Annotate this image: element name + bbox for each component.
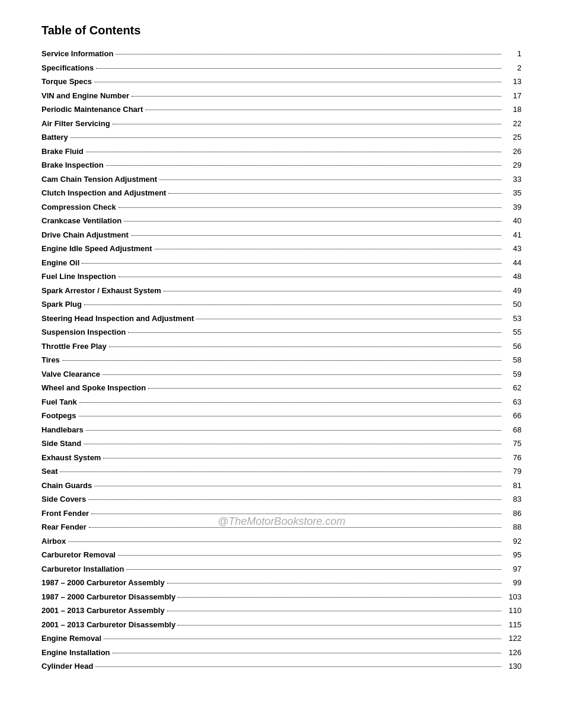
toc-entry-page: 86 [504, 508, 522, 519]
toc-entry: Specifications2 [41, 62, 522, 74]
toc-entry-dots [131, 235, 501, 236]
toc-entry: Brake Fluid26 [41, 146, 522, 158]
toc-entry-dots [145, 110, 501, 110]
toc-entry-dots [103, 374, 501, 375]
toc-entry: Cylinder Head130 [41, 660, 522, 672]
toc-entry-page: 50 [504, 299, 522, 310]
toc-entry-label: Tires [41, 354, 60, 366]
toc-entry-label: Engine Oil [41, 257, 79, 269]
toc-entry-label: Footpegs [41, 410, 76, 422]
toc-entry-dots [106, 165, 501, 166]
toc-entry-label: Fuel Line Inspection [41, 271, 116, 283]
toc-entry-page: 40 [504, 215, 522, 227]
toc-entry-dots [88, 499, 501, 500]
toc-entry-dots [167, 583, 501, 583]
toc-entry: Front Fender86 [41, 508, 522, 519]
toc-entry-label: Carburetor Installation [41, 563, 124, 575]
toc-entry: Fuel Tank63 [41, 396, 522, 408]
toc-entry: Air Filter Servicing22 [41, 118, 522, 130]
toc-entry: Chain Guards81 [41, 480, 522, 492]
toc-entry-label: Rear Fender [41, 521, 87, 533]
toc-entry-dots [84, 304, 501, 305]
toc-entry-label: Suspension Inspection [41, 326, 126, 338]
toc-entry: Throttle Free Play56 [41, 341, 522, 352]
toc-entry-label: Battery [41, 132, 68, 143]
toc-entry-dots [91, 514, 501, 514]
toc-entry-label: Exhaust System [41, 452, 101, 464]
toc-entry-dots [96, 68, 501, 69]
toc-entry-page: 115 [504, 619, 522, 631]
toc-entry: Service Information1 [41, 48, 522, 60]
toc-entry-label: Throttle Free Play [41, 341, 107, 352]
toc-entry: Engine Removal122 [41, 633, 522, 644]
toc-entry-dots [168, 193, 501, 194]
toc-entry-page: 81 [504, 480, 522, 492]
toc-entry-page: 48 [504, 271, 522, 283]
toc-entry-page: 68 [504, 424, 522, 436]
toc-entry: Seat79 [41, 466, 522, 477]
toc-entry: 2001 – 2013 Carburetor Disassembly115 [41, 619, 522, 631]
toc-entry-page: 53 [504, 313, 522, 325]
toc-entry-page: 26 [504, 146, 522, 158]
toc-entry-dots [159, 179, 501, 180]
toc-entry-page: 66 [504, 410, 522, 422]
toc-entry-page: 55 [504, 326, 522, 338]
toc-entry: Spark Arrestor / Exhaust System49 [41, 285, 522, 297]
toc-entry-label: Engine Idle Speed Adjustment [41, 243, 152, 255]
toc-entry-page: 44 [504, 257, 522, 269]
toc-entry-page: 75 [504, 438, 522, 450]
toc-entry-dots [104, 639, 501, 639]
toc-entry-label: Steering Head Inspection and Adjustment [41, 313, 194, 325]
toc-entry-dots [119, 277, 501, 277]
toc-entry-dots [178, 625, 501, 626]
toc-entry-page: 88 [504, 521, 522, 533]
toc-entry-page: 97 [504, 563, 522, 575]
toc-entry-dots [94, 82, 501, 82]
toc-entry-label: Engine Removal [41, 633, 101, 644]
toc-container: Service Information1Specifications2Torqu… [41, 48, 522, 672]
toc-entry: 2001 – 2013 Carburetor Assembly110 [41, 605, 522, 617]
toc-entry: Cam Chain Tension Adjustment33 [41, 174, 522, 185]
toc-entry-label: Periodic Maintenance Chart [41, 104, 143, 116]
toc-entry: Drive Chain Adjustment41 [41, 229, 522, 241]
toc-entry-dots [116, 54, 501, 54]
toc-entry-page: 126 [504, 647, 522, 659]
toc-entry-dots [82, 263, 501, 264]
toc-entry-label: Compression Check [41, 201, 116, 213]
toc-entry: Side Stand75 [41, 438, 522, 450]
toc-entry: Exhaust System76 [41, 452, 522, 464]
toc-entry: Brake Inspection29 [41, 159, 522, 171]
toc-entry-page: 49 [504, 285, 522, 297]
toc-entry-dots [62, 360, 501, 361]
toc-entry: Periodic Maintenance Chart18 [41, 104, 522, 116]
toc-entry-dots [89, 527, 501, 528]
toc-entry-dots [79, 402, 501, 403]
toc-entry-page: 62 [504, 382, 522, 394]
toc-entry-label: Carburetor Removal [41, 549, 116, 561]
toc-entry-dots [86, 152, 501, 152]
toc-entry-page: 103 [504, 591, 522, 603]
toc-entry-label: Clutch Inspection and Adjustment [41, 187, 166, 199]
toc-entry-page: 130 [504, 660, 522, 672]
toc-entry-dots [113, 653, 501, 653]
toc-entry-label: Engine Installation [41, 647, 110, 659]
toc-entry-page: 33 [504, 174, 522, 185]
toc-entry-page: 79 [504, 466, 522, 477]
toc-entry-label: VIN and Engine Number [41, 90, 129, 102]
toc-entry-label: Seat [41, 466, 57, 477]
toc-entry-page: 1 [504, 48, 522, 60]
toc-entry-page: 99 [504, 577, 522, 589]
toc-entry-label: Drive Chain Adjustment [41, 229, 129, 241]
toc-entry-page: 18 [504, 104, 522, 116]
toc-entry-page: 39 [504, 201, 522, 213]
toc-entry-page: 35 [504, 187, 522, 199]
toc-entry-label: Torque Specs [41, 76, 92, 88]
toc-entry-dots [103, 458, 501, 458]
toc-entry-page: 25 [504, 132, 522, 143]
toc-entry-label: Spark Plug [41, 299, 82, 310]
toc-entry: 1987 – 2000 Carburetor Disassembly103 [41, 591, 522, 603]
toc-entry: Wheel and Spoke Inspection62 [41, 382, 522, 394]
toc-entry-dots [95, 666, 501, 667]
toc-entry-label: Airbox [41, 535, 66, 547]
toc-entry-page: 56 [504, 341, 522, 352]
